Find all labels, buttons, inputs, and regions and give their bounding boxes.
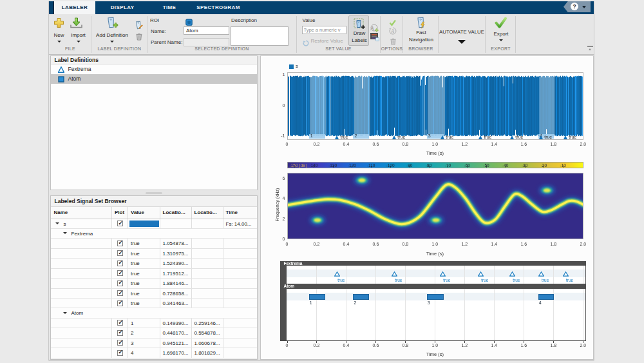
automate-value-dropdown-caret[interactable] — [458, 40, 466, 44]
table-row[interactable]: sFs: 14.00... — [51, 219, 258, 229]
track-header-fextrema[interactable]: Fextrema — [280, 261, 586, 266]
column-header-value[interactable]: Value — [128, 207, 160, 219]
table-row[interactable]: true1.884146... — [51, 279, 258, 288]
plot-checkbox[interactable] — [117, 270, 123, 276]
signal-point-marker[interactable] — [440, 135, 444, 139]
delete-definition-icon[interactable] — [135, 32, 143, 43]
expand-caret[interactable] — [55, 222, 59, 224]
table-row[interactable]: true1.719512... — [51, 269, 258, 279]
signal-point-marker[interactable] — [564, 135, 567, 139]
plot-checkbox[interactable] — [117, 240, 123, 246]
table-row[interactable]: true0.341463... — [51, 299, 258, 308]
plot-checkbox[interactable] — [117, 340, 123, 346]
fextrema-marker[interactable] — [509, 271, 515, 277]
help-dropdown-caret[interactable] — [582, 6, 586, 8]
signal-plot[interactable] — [287, 72, 583, 140]
import-icon[interactable] — [69, 17, 84, 31]
legend-icon[interactable] — [370, 32, 379, 44]
tab-display[interactable]: DISPLAY — [100, 1, 144, 14]
name-input[interactable] — [184, 26, 229, 35]
location1-cell — [160, 219, 191, 228]
draw-labels-button[interactable]: Draw Labels — [348, 15, 369, 46]
plot-checkbox[interactable] — [117, 290, 123, 296]
table-row[interactable]: 30.945121...1.060678... — [51, 338, 258, 348]
plot-checkbox[interactable] — [117, 260, 123, 266]
plot-checkbox[interactable] — [117, 350, 123, 356]
collapse-ribbon-icon[interactable] — [587, 46, 593, 47]
tab-time[interactable]: TIME — [151, 1, 187, 14]
track-header-atom[interactable]: Atom — [280, 284, 586, 289]
definition-item-atom[interactable]: Atom — [51, 74, 258, 84]
edit-definition-icon[interactable] — [135, 21, 144, 32]
description-label: Description — [231, 17, 257, 23]
signal-point-marker[interactable] — [510, 135, 514, 139]
add-definition-dropdown-caret[interactable] — [110, 41, 114, 43]
table-row[interactable]: true1.054878... — [51, 239, 258, 248]
column-header-locatio[interactable]: Locatio... — [160, 207, 191, 219]
fast-navigation-button[interactable]: Fast — [405, 30, 437, 35]
expand-caret[interactable] — [63, 232, 67, 234]
atom-region[interactable] — [309, 294, 325, 300]
plot-checkbox[interactable] — [117, 250, 123, 256]
panel-splitter[interactable] — [50, 190, 258, 195]
plot-checkbox[interactable] — [117, 300, 123, 306]
fextrema-marker[interactable] — [478, 271, 484, 277]
help-icon[interactable]: ? — [571, 3, 578, 10]
export-dropdown-caret[interactable] — [499, 39, 503, 41]
definition-item-fextrema[interactable]: Fextrema — [51, 64, 258, 74]
automate-value-gallery[interactable]: AUTOMATE VALUE — [436, 29, 488, 35]
fextrema-marker[interactable] — [334, 271, 340, 277]
signal-point-marker[interactable] — [478, 135, 482, 139]
tab-labeler[interactable]: LABELER — [53, 1, 95, 14]
atom-region[interactable] — [538, 294, 554, 300]
plot-checkbox[interactable] — [117, 280, 123, 286]
table-row[interactable]: true1.310975... — [51, 249, 258, 259]
column-header-plot[interactable]: Plot — [111, 207, 128, 219]
spectrogram-plot[interactable] — [287, 173, 583, 239]
column-header-name[interactable]: Name — [52, 207, 112, 219]
expand-caret[interactable] — [63, 312, 67, 314]
plot-checkbox[interactable] — [117, 330, 123, 336]
new-dropdown-caret[interactable] — [57, 41, 61, 43]
spectrogram-xtick: 1.8 — [548, 242, 558, 246]
table-row[interactable]: true0.728658... — [51, 289, 258, 299]
track-gridline — [494, 266, 495, 340]
description-input[interactable] — [231, 26, 289, 46]
signal-point-marker[interactable] — [539, 135, 543, 139]
table-row[interactable]: true1.524390... — [51, 259, 258, 268]
plot-cell — [111, 328, 128, 337]
fast-navigation-button-line2[interactable]: Navigation — [405, 37, 437, 43]
colorbar-tickmark — [294, 166, 295, 168]
fextrema-marker[interactable] — [440, 271, 446, 277]
atom-region[interactable] — [353, 294, 369, 300]
table-row[interactable]: Atom — [51, 308, 258, 318]
column-header-locatio[interactable]: Locatio... — [191, 207, 223, 219]
import-button[interactable]: Import — [66, 32, 91, 38]
options-delete-icon[interactable] — [390, 36, 397, 48]
export-button[interactable]: Export — [489, 31, 513, 37]
signal-point-marker[interactable] — [392, 135, 396, 139]
add-definition-icon[interactable] — [106, 17, 118, 32]
plot-checkbox[interactable] — [117, 221, 123, 226]
fextrema-marker[interactable] — [538, 271, 544, 277]
table-row[interactable]: Fextrema — [51, 229, 258, 239]
fextrema-marker[interactable] — [563, 271, 569, 277]
atom-region[interactable] — [427, 294, 444, 300]
table-row[interactable]: 10.149390...0.259146... — [51, 319, 258, 328]
collapse-ribbon-caret[interactable] — [589, 48, 591, 50]
value-input[interactable] — [302, 26, 346, 35]
table-row[interactable]: 41.698170...1.801829... — [51, 348, 258, 358]
label-viewer-xtick: 0.4 — [341, 343, 351, 348]
plot-checkbox[interactable] — [117, 320, 123, 326]
new-icon[interactable] — [53, 17, 64, 31]
tab-spectrogram[interactable]: SPECTROGRAM — [191, 1, 245, 14]
fextrema-marker[interactable] — [392, 271, 397, 277]
spectrogram-xlabel: Time (s) — [422, 251, 448, 257]
add-definition-button[interactable]: Add Definition — [95, 32, 129, 38]
table-row[interactable]: 20.448170...0.554878... — [51, 328, 258, 338]
export-icon[interactable] — [495, 17, 507, 32]
signal-point-marker[interactable] — [335, 135, 339, 139]
column-header-time[interactable]: Time — [223, 207, 258, 219]
signal-point-label: true — [515, 135, 523, 139]
import-dropdown-caret[interactable] — [77, 41, 80, 43]
